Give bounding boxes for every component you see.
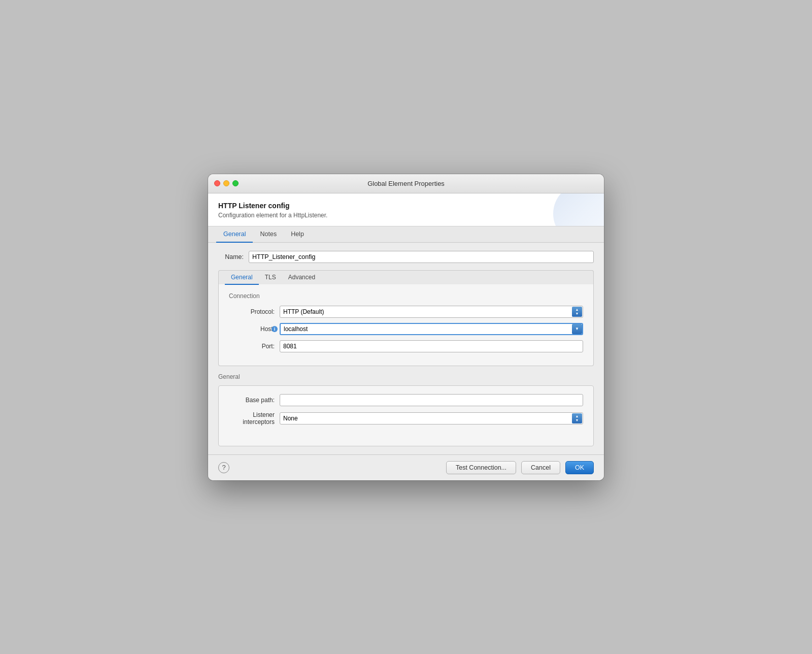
minimize-button[interactable] (223, 180, 229, 186)
listener-interceptors-control-wrap: None (280, 412, 583, 424)
info-icon: i (272, 326, 278, 332)
cancel-button[interactable]: Cancel (521, 461, 560, 474)
traffic-lights (214, 180, 239, 186)
footer-left: ? (218, 462, 229, 473)
footer: ? Test Connection... Cancel OK (208, 454, 604, 480)
help-button[interactable]: ? (218, 462, 229, 473)
tab-outer-general[interactable]: General (216, 226, 253, 243)
protocol-control-wrap: HTTP (Default) HTTPS (280, 306, 583, 318)
base-path-input[interactable] (280, 394, 583, 406)
inner-tab-bar: General TLS Advanced (218, 270, 594, 284)
tab-inner-advanced[interactable]: Advanced (282, 271, 321, 285)
header-subtitle: Configuration element for a HttpListener… (218, 212, 594, 219)
name-input[interactable] (249, 251, 594, 263)
port-label: Port: (229, 343, 275, 350)
port-row: Port: (229, 340, 583, 352)
protocol-select[interactable]: HTTP (Default) HTTPS (280, 306, 583, 318)
tab-outer-notes[interactable]: Notes (253, 226, 284, 243)
main-content: Name: General TLS Advanced Connection Pr… (208, 243, 604, 454)
close-button[interactable] (214, 180, 220, 186)
connection-section-label: Connection (229, 292, 583, 300)
general-section-wrapper: General Base path: Listener interceptors… (218, 373, 594, 446)
listener-interceptors-row: Listener interceptors None (229, 411, 583, 426)
name-label: Name: (218, 253, 244, 260)
base-path-control-wrap (280, 394, 583, 406)
host-input-wrap: i (280, 323, 583, 335)
port-input[interactable] (280, 340, 583, 352)
dialog-window: Global Element Properties HTTP Listener … (208, 174, 604, 480)
protocol-label: Protocol: (229, 308, 275, 315)
port-control-wrap (280, 340, 583, 352)
host-label: Host: (229, 325, 275, 333)
tab-inner-tls[interactable]: TLS (259, 271, 282, 285)
base-path-row: Base path: (229, 394, 583, 406)
inner-panel: Connection Protocol: HTTP (Default) HTTP… (218, 284, 594, 366)
name-row: Name: (218, 251, 594, 263)
listener-interceptors-label: Listener interceptors (229, 411, 275, 426)
listener-interceptors-select[interactable]: None (280, 412, 583, 424)
tab-inner-general[interactable]: General (225, 271, 259, 285)
header-title: HTTP Listener config (218, 202, 594, 210)
header-decoration (553, 193, 604, 226)
outer-tab-bar: General Notes Help (208, 226, 604, 243)
header-section: HTTP Listener config Configuration eleme… (208, 193, 604, 226)
ok-button[interactable]: OK (565, 461, 594, 474)
general-section: Base path: Listener interceptors None (218, 385, 594, 446)
general-section-label: General (218, 373, 594, 380)
maximize-button[interactable] (232, 180, 239, 186)
test-connection-button[interactable]: Test Connection... (446, 461, 516, 474)
window-title: Global Element Properties (367, 180, 445, 187)
protocol-row: Protocol: HTTP (Default) HTTPS (229, 306, 583, 318)
host-row: Host: i (229, 323, 583, 335)
footer-right: Test Connection... Cancel OK (446, 461, 594, 474)
titlebar: Global Element Properties (208, 174, 604, 193)
base-path-label: Base path: (229, 397, 275, 404)
tab-outer-help[interactable]: Help (284, 226, 311, 243)
host-input[interactable] (280, 323, 583, 335)
